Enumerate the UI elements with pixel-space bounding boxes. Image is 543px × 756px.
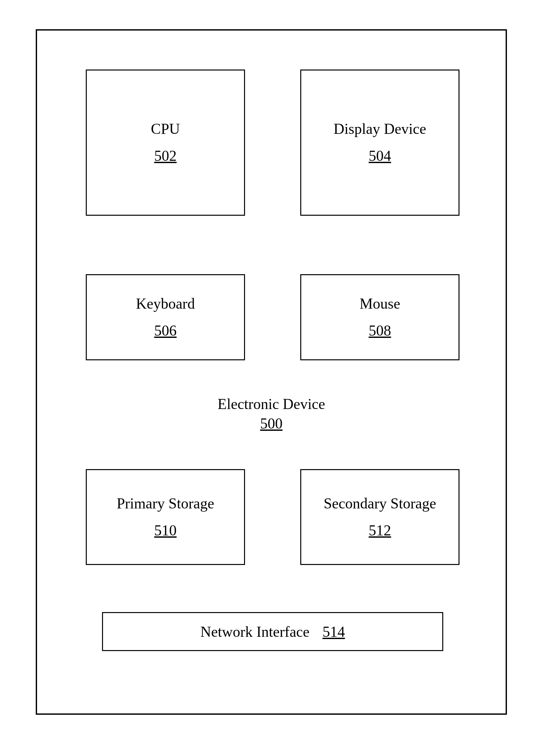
network-interface-label: Network Interface (200, 623, 310, 640)
electronic-device-container: CPU 502 Display Device 504 Keyboard 506 … (36, 29, 507, 715)
primary-storage-label: Primary Storage (117, 495, 214, 512)
secondary-storage-ref: 512 (369, 522, 391, 539)
network-interface-ref: 514 (322, 623, 345, 640)
cpu-label: CPU (151, 121, 180, 138)
primary-storage-ref: 510 (154, 522, 177, 539)
container-name: Electronic Device (37, 394, 506, 414)
keyboard-block: Keyboard 506 (86, 274, 245, 360)
mouse-ref: 508 (369, 322, 391, 340)
display-device-ref: 504 (369, 147, 391, 165)
mouse-label: Mouse (359, 295, 400, 313)
secondary-storage-block: Secondary Storage 512 (300, 469, 459, 565)
keyboard-ref: 506 (154, 322, 177, 340)
cpu-ref: 502 (154, 147, 177, 165)
cpu-block: CPU 502 (86, 70, 245, 216)
display-device-block: Display Device 504 (300, 70, 459, 216)
keyboard-label: Keyboard (136, 295, 195, 313)
container-ref: 500 (37, 414, 506, 433)
container-caption: Electronic Device 500 (37, 394, 506, 433)
mouse-block: Mouse 508 (300, 274, 459, 360)
primary-storage-block: Primary Storage 510 (86, 469, 245, 565)
network-interface-block: Network Interface 514 (102, 612, 443, 651)
secondary-storage-label: Secondary Storage (324, 495, 436, 512)
display-device-label: Display Device (334, 121, 426, 138)
